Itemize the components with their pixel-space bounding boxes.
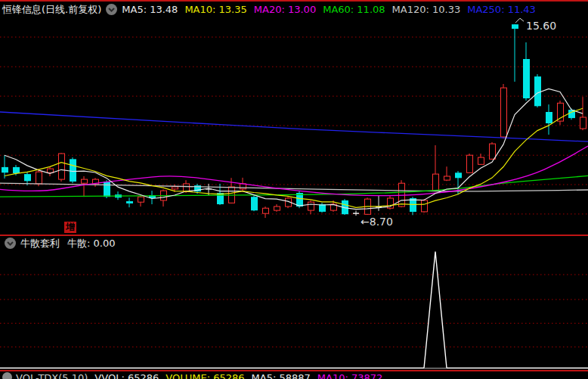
indicator-value: 牛散: 0.00 <box>67 237 115 250</box>
vvol-value: VVOL: 65286 <box>94 372 159 379</box>
gridlines <box>0 37 588 214</box>
bottom-separator-line <box>0 370 588 371</box>
event-badge[interactable]: 增 <box>64 222 76 233</box>
candlestick-chart[interactable]: 15.60←8.70 <box>0 17 588 235</box>
ma250-indicator: MA250: 11.43 <box>467 4 536 15</box>
ma-line-ma10 <box>5 108 583 207</box>
volume-value: VOLUME: 65286 <box>166 372 244 379</box>
volume-bar-header: VOL-TDX(5,10) VVOL: 65286 VOLUME: 65286 … <box>0 372 588 379</box>
ma20-indicator: MA20: 13.00 <box>254 4 316 15</box>
sub-panel-header: 牛散套利 牛散: 0.00 <box>0 237 588 250</box>
indicator-chart[interactable] <box>0 250 588 369</box>
chevron-down-icon[interactable] <box>5 238 16 249</box>
stock-title: 恒锋信息(日线.前复权) <box>2 3 101 17</box>
ma-line-ma60 <box>0 176 588 197</box>
vol-ma5-value: MA5: 58887 <box>252 372 311 379</box>
high-price-label: 15.60 <box>526 20 556 32</box>
indicator-name: 牛散套利 <box>20 237 60 250</box>
ma120-indicator: MA120: 10.33 <box>392 4 461 15</box>
vol-ma10-value: MA10: 73872 <box>317 372 383 379</box>
ma-line-ma250 <box>0 112 588 141</box>
chevron-down-icon[interactable] <box>106 4 117 15</box>
signal-spike <box>424 252 447 368</box>
vol-indicator-name: VOL-TDX(5,10) <box>16 372 88 379</box>
chevron-down-icon[interactable] <box>2 372 12 379</box>
ma10-indicator: MA10: 13.35 <box>184 4 246 15</box>
ma5-indicator: MA5: 13.48 <box>122 4 178 15</box>
main-chart-header: 恒锋信息(日线.前复权) MA5: 13.48 MA10: 13.35 MA20… <box>0 2 588 17</box>
stock-app-window: 恒锋信息(日线.前复权) MA5: 13.48 MA10: 13.35 MA20… <box>0 0 588 379</box>
high-pointer <box>515 18 524 23</box>
ma60-indicator: MA60: 11.08 <box>323 4 385 15</box>
low-price-label: ←8.70 <box>361 216 393 228</box>
